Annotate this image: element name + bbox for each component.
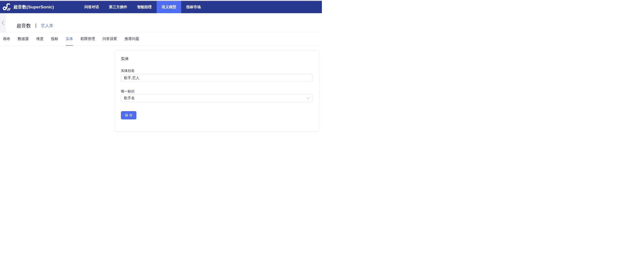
chevron-down-icon	[307, 97, 310, 99]
tab-metric[interactable]: 指标	[51, 32, 58, 46]
nav-item-semantic-model[interactable]: 语义模型	[156, 1, 181, 13]
tab-qa-settings[interactable]: 问答设置	[102, 32, 117, 46]
model-tabbar: 画布 数据源 维度 指标 实体 权限管理 问答设置 推荐问题	[0, 32, 322, 46]
nav-item-third-party-plugin[interactable]: 第三方插件	[104, 1, 132, 13]
save-button[interactable]: 保 存	[121, 111, 136, 119]
unique-key-select-value: 歌手名	[124, 96, 135, 101]
entity-alias-label: 实体别名	[121, 69, 313, 73]
entity-section-title: 实体	[121, 56, 313, 61]
brand[interactable]: 超音数(SuperSonic)	[0, 1, 54, 13]
tab-canvas[interactable]: 画布	[3, 32, 10, 46]
unique-key-select[interactable]: 歌手名	[121, 94, 313, 102]
nav-item-qa-chat[interactable]: 问答对话	[79, 1, 104, 13]
tab-datasource[interactable]: 数据源	[18, 32, 29, 46]
brand-title: 超音数(SuperSonic)	[14, 4, 54, 10]
tab-permission[interactable]: 权限管理	[80, 32, 95, 46]
collapse-rail[interactable]	[0, 13, 6, 32]
content-area: 实体 实体别名 唯一标识 歌手名 保 存	[0, 46, 322, 135]
page-subheader: 超音数 丨 艺人库	[0, 13, 322, 32]
breadcrumb-parent: 超音数	[16, 22, 31, 29]
breadcrumb-current-model[interactable]: 艺人库	[41, 23, 53, 28]
nav-item-intelligent-assistant[interactable]: 智能助理	[132, 1, 156, 13]
nav-item-metric-market[interactable]: 指标市场	[181, 1, 206, 13]
entity-alias-input[interactable]	[121, 74, 313, 82]
main-nav: 问答对话 第三方插件 智能助理 语义模型 指标市场	[79, 1, 206, 13]
unique-key-label: 唯一标识	[121, 89, 313, 94]
supersonic-logo-icon	[2, 2, 11, 12]
tab-recommended-questions[interactable]: 推荐问题	[124, 32, 139, 46]
tab-dimension[interactable]: 维度	[36, 32, 44, 46]
breadcrumb: 超音数 丨 艺人库	[16, 13, 53, 32]
chevron-left-icon	[1, 20, 4, 25]
tab-entity[interactable]: 实体	[66, 32, 73, 46]
top-navbar: 超音数(SuperSonic) 问答对话 第三方插件 智能助理 语义模型 指标市…	[0, 1, 322, 13]
breadcrumb-separator: 丨	[34, 23, 38, 29]
entity-card: 实体 实体别名 唯一标识 歌手名 保 存	[114, 50, 319, 132]
